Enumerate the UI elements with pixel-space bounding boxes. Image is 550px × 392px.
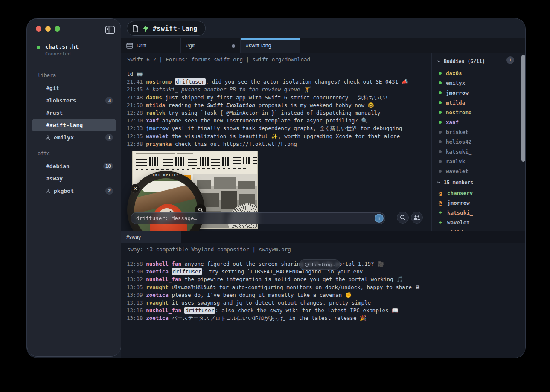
sidebar-item-pkgbot[interactable]: pkgbot2 — [32, 185, 116, 197]
message-text: バーステータスプロトコルにいい追加があった in the latest rele… — [172, 315, 366, 321]
buddy-raulvk[interactable]: raulvk — [432, 157, 526, 166]
buddy-brisket[interactable]: brisket — [432, 127, 526, 137]
square-mark — [202, 168, 205, 170]
member-mtilda[interactable]: +mtilda — [432, 227, 526, 231]
bar-group — [149, 157, 160, 166]
close-window-button[interactable] — [36, 26, 41, 32]
section-label-libera: libera — [38, 73, 121, 78]
members-button[interactable] — [411, 212, 423, 224]
message-timestamp: 13:13 — [127, 299, 146, 306]
member-jmorrow[interactable]: @jmorrow — [432, 198, 526, 208]
sidebar-item-swift-lang[interactable]: #swift-lang — [32, 119, 116, 131]
chat-message: 21:45 * katsuki_ pushes another PR to th… — [127, 86, 430, 93]
sidebar-item-label: emilyx — [54, 134, 74, 141]
square-mark — [212, 168, 215, 170]
tab-swift-lang[interactable]: #swift-lang — [241, 38, 300, 53]
chat-message: 13:05 rvaught เขียนสคริปต์ไว้แล้ว for au… — [127, 284, 524, 291]
message-timestamp: 13:02 — [127, 276, 146, 282]
search-button[interactable] — [397, 212, 409, 224]
buddies-panel: Buddies (6/11) + dax0semilyxjmorrowmtild… — [431, 53, 526, 231]
buddy-name: xanf — [446, 119, 459, 125]
buddy-nostromo[interactable]: nostromo — [432, 107, 526, 117]
member-chanserv[interactable]: @chanserv — [432, 188, 526, 198]
chat-message: 13:18 zoetica バーステータスプロトコルにいい追加があった in t… — [127, 314, 524, 322]
channel-title-pill[interactable]: #swift-lang — [127, 21, 206, 36]
message-timestamp: 21:50 — [127, 102, 146, 108]
chart-caption-mark — [177, 153, 193, 154]
member-name: wavelet — [447, 219, 470, 226]
message-nick: nostromo — [146, 78, 175, 85]
square-mark — [207, 168, 210, 170]
member-name: chanserv — [447, 190, 473, 196]
chevron-down-icon — [437, 60, 441, 63]
zoom-window-button[interactable] — [55, 26, 60, 32]
buddy-name: wavelet — [446, 168, 469, 174]
message-nick: raulvk — [146, 110, 169, 116]
buddy-helios42[interactable]: helios42 — [432, 137, 526, 147]
sidebar-item-debian[interactable]: #debian18 — [32, 160, 116, 172]
sidebar-item-rust[interactable]: #rust — [32, 107, 116, 119]
minimize-window-button[interactable] — [45, 26, 51, 32]
tab-drift[interactable]: Drift — [121, 38, 181, 53]
buddy-wavelet[interactable]: wavelet — [432, 166, 526, 176]
buddy-emilyx[interactable]: emilyx — [432, 78, 526, 88]
square-mark — [197, 168, 200, 170]
square-mark — [156, 168, 159, 171]
tab-label: Drift — [137, 43, 146, 49]
sidebar-item-emilyx[interactable]: emilyx1 — [32, 131, 116, 144]
bottom-tab-bar: #sway — [121, 231, 526, 243]
message-nick: xanf — [146, 117, 162, 124]
member-wavelet[interactable]: +wavelet — [432, 218, 526, 227]
square-mark — [187, 168, 189, 171]
sidebar-item-label: pkgbot — [54, 188, 74, 194]
document-icon — [132, 25, 139, 32]
online-dot — [439, 111, 442, 114]
message-nick: zoetica — [146, 292, 172, 298]
sidebar-toggle-icon[interactable] — [105, 26, 115, 34]
buddy-xanf[interactable]: xanf — [432, 117, 526, 127]
square-mark — [238, 168, 241, 170]
server-status: Connected — [45, 51, 79, 57]
bar-group — [253, 157, 258, 164]
buddy-name: emilyx — [446, 80, 465, 86]
sway-topic: sway: i3-compatible Wayland compositor |… — [121, 243, 526, 256]
message-input[interactable] — [136, 213, 358, 224]
sidebar-item-sway[interactable]: #sway — [32, 172, 116, 185]
bar-group — [136, 157, 147, 166]
message-timestamp: 13:18 — [127, 315, 146, 321]
close-icon[interactable]: ✕ — [131, 184, 140, 193]
member-list: @chanserv@jmorrow+katsuki_+wavelet+mtild… — [432, 188, 526, 231]
message-text: * katsuki_ pushes another PR to the revi… — [146, 86, 310, 93]
tab-git[interactable]: #git — [181, 38, 241, 53]
member-katsuki_[interactable]: +katsuki_ — [432, 208, 526, 218]
members-header[interactable]: 15 members — [432, 176, 526, 188]
sidebar-item-label: #rust — [46, 110, 63, 116]
sidebar-item-git[interactable]: #git — [32, 82, 116, 94]
buddy-mtilda[interactable]: mtilda — [432, 98, 526, 107]
message-nick: zoetica — [146, 315, 172, 321]
add-buddy-button[interactable]: + — [506, 56, 514, 64]
chat-message: 13:13 rvaught it uses swaymsg and jq to … — [127, 299, 524, 307]
buddy-name: katsuki_ — [446, 148, 471, 155]
chat-message: 12:35 wavelet the visualization is beaut… — [127, 133, 430, 140]
buddies-scrollbar[interactable] — [521, 55, 525, 162]
send-button[interactable]: ↑ — [375, 214, 384, 223]
loading-indicator: Loading… — [299, 259, 340, 270]
chart-caption-mark — [136, 153, 175, 154]
online-dot — [439, 101, 442, 104]
message-timestamp: 12:28 — [127, 110, 146, 116]
tab-sway[interactable]: #sway — [121, 231, 181, 243]
buddy-katsuki_[interactable]: katsuki_ — [432, 147, 526, 157]
member-mode-prefix: + — [439, 219, 447, 226]
sidebar-item-lobsters[interactable]: #lobsters3 — [32, 94, 116, 107]
message-text: yes! it finally shows task dependency gr… — [172, 125, 402, 131]
buddy-dax0s[interactable]: dax0s — [432, 68, 526, 78]
square-mark — [192, 168, 195, 170]
chat-message: 12:30 xanf anyone seen the new Instrumen… — [127, 117, 430, 125]
message-list: ld 🥽21:41 nostromo driftuser: did you se… — [127, 70, 430, 148]
member-mode-prefix: + — [439, 209, 447, 216]
buddy-jmorrow[interactable]: jmorrow — [432, 88, 526, 98]
server-entry[interactable]: chat.sr.ht Connected — [36, 44, 79, 57]
bar-group — [200, 157, 209, 166]
tab-label: #git — [186, 43, 195, 49]
